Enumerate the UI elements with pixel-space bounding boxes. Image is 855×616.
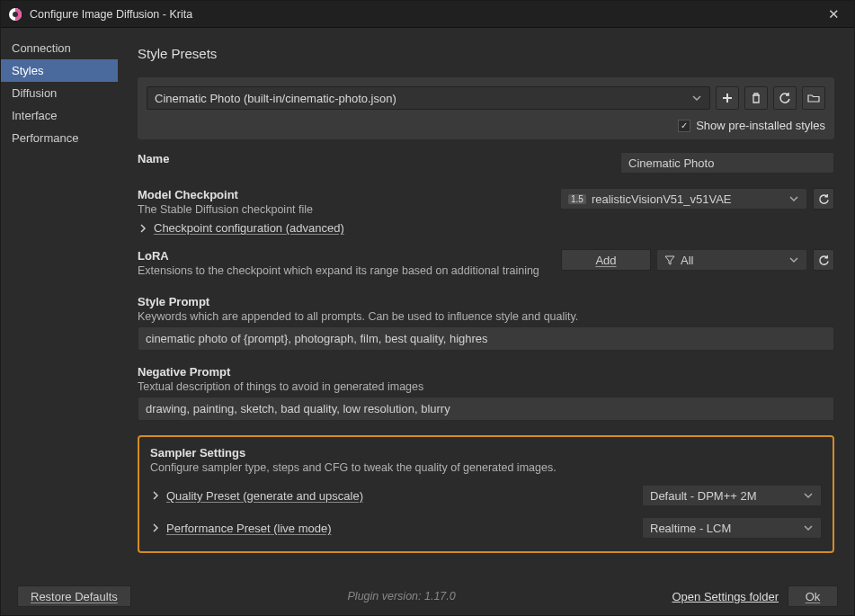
preset-select-value: Cinematic Photo (built-in/cinematic-phot…: [155, 92, 396, 105]
ok-button[interactable]: Ok: [788, 585, 838, 607]
svg-point-1: [13, 12, 18, 17]
lora-label: LoRA: [138, 249, 552, 263]
footer: Restore Defaults Plugin version: 1.17.0 …: [1, 577, 854, 615]
refresh-icon: [818, 254, 830, 266]
page-title: Style Presets: [138, 46, 834, 61]
chevron-right-icon: [150, 522, 161, 533]
checkpoint-version-badge: 1.5: [568, 194, 586, 204]
checkpoint-refresh-button[interactable]: [813, 188, 834, 210]
chevron-down-icon: [803, 522, 814, 533]
negative-prompt-label: Negative Prompt: [138, 365, 834, 379]
checkpoint-label: Model Checkpoint: [138, 188, 551, 201]
performance-preset-select[interactable]: Realtime - LCM: [642, 517, 822, 539]
chevron-down-icon: [788, 193, 799, 204]
sidebar-item-styles[interactable]: Styles: [1, 59, 118, 82]
quality-preset-select[interactable]: Default - DPM++ 2M: [642, 485, 822, 506]
close-button[interactable]: ✕: [821, 4, 847, 24]
sampler-desc: Configure sampler type, steps and CFG to…: [150, 461, 822, 474]
add-preset-button[interactable]: [716, 86, 739, 110]
plus-icon: [721, 92, 734, 104]
delete-preset-button[interactable]: [744, 86, 768, 110]
quality-preset-value: Default - DPM++ 2M: [650, 489, 757, 503]
title-bar: Configure Image Diffusion - Krita ✕: [1, 1, 854, 28]
refresh-preset-button[interactable]: [773, 86, 797, 110]
style-prompt-desc: Keywords which are appended to all promp…: [138, 310, 834, 323]
app-icon: [8, 7, 22, 22]
show-preinstalled-label: Show pre-installed styles: [696, 119, 825, 132]
main-panel: Style Presets Cinematic Photo (built-in/…: [118, 28, 854, 577]
checkpoint-disclosure-label: Checkpoint configuration (advanced): [154, 221, 344, 235]
performance-preset-label: Performance Preset (live mode): [166, 522, 332, 535]
lora-filter[interactable]: All: [656, 249, 807, 271]
lora-refresh-button[interactable]: [813, 249, 834, 271]
checkpoint-select[interactable]: 1.5 realisticVisionV51_v51VAE: [560, 188, 807, 210]
checkpoint-value: realisticVisionV51_v51VAE: [592, 192, 732, 206]
show-preinstalled-checkbox[interactable]: ✓: [678, 120, 690, 132]
name-label: Name: [138, 152, 611, 165]
sidebar-item-connection[interactable]: Connection: [1, 37, 118, 59]
lora-filter-value: All: [681, 254, 693, 267]
plugin-version: Plugin version: 1.17.0: [131, 590, 672, 603]
trash-icon: [750, 92, 762, 104]
filter-icon: [664, 254, 675, 265]
sampler-settings-section: Sampler Settings Configure sampler type,…: [138, 435, 834, 553]
checkpoint-desc: The Stable Diffusion checkpoint file: [138, 203, 551, 216]
performance-preset-disclosure[interactable]: Performance Preset (live mode): [150, 522, 332, 535]
quality-preset-disclosure[interactable]: Quality Preset (generate and upscale): [150, 489, 363, 503]
chevron-right-icon: [138, 223, 148, 234]
chevron-down-icon: [803, 490, 814, 501]
sampler-label: Sampler Settings: [150, 446, 822, 460]
chevron-right-icon: [150, 490, 161, 501]
open-folder-button[interactable]: [802, 86, 825, 110]
sidebar-item-diffusion[interactable]: Diffusion: [1, 82, 118, 104]
restore-defaults-button[interactable]: Restore Defaults: [17, 585, 131, 607]
folder-icon: [807, 92, 820, 104]
refresh-icon: [779, 92, 791, 104]
performance-preset-value: Realtime - LCM: [650, 522, 731, 535]
sidebar: Connection Styles Diffusion Interface Pe…: [1, 28, 118, 577]
window-title: Configure Image Diffusion - Krita: [30, 8, 821, 21]
chevron-down-icon: [788, 254, 799, 265]
quality-preset-label: Quality Preset (generate and upscale): [166, 489, 363, 503]
chevron-down-icon: [691, 93, 702, 103]
preset-picker: Cinematic Photo (built-in/cinematic-phot…: [138, 77, 834, 139]
checkpoint-disclosure[interactable]: Checkpoint configuration (advanced): [138, 221, 551, 235]
sidebar-item-performance[interactable]: Performance: [1, 127, 118, 149]
preset-select[interactable]: Cinematic Photo (built-in/cinematic-phot…: [147, 86, 710, 110]
negative-prompt-input[interactable]: drawing, painting, sketch, bad quality, …: [138, 397, 834, 421]
lora-desc: Extensions to the checkpoint which expan…: [138, 264, 552, 277]
refresh-icon: [818, 193, 830, 205]
lora-add-button[interactable]: Add: [561, 249, 651, 271]
sidebar-item-interface[interactable]: Interface: [1, 104, 118, 127]
style-prompt-label: Style Prompt: [138, 295, 834, 308]
name-input[interactable]: [620, 152, 834, 174]
style-prompt-input[interactable]: cinematic photo of {prompt}, photograph,…: [138, 326, 834, 351]
negative-prompt-desc: Textual description of things to avoid i…: [138, 380, 834, 393]
open-settings-folder-link[interactable]: Open Settings folder: [672, 590, 779, 603]
